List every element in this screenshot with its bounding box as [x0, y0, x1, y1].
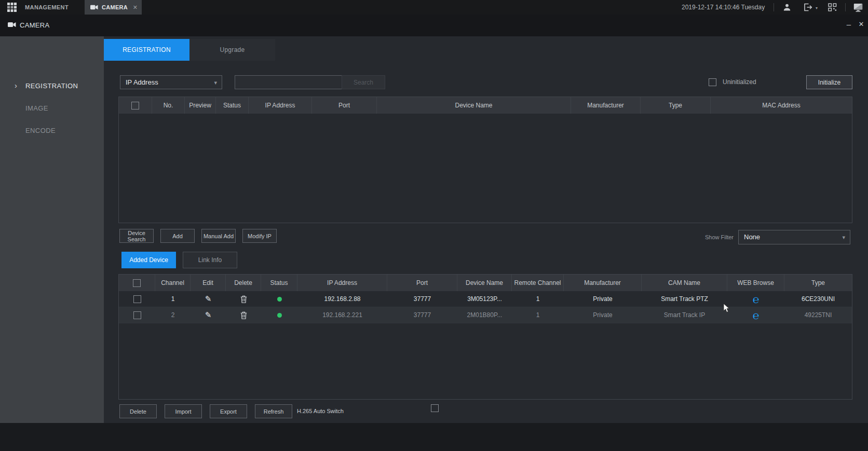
camera-icon — [90, 5, 98, 10]
col-header-ip: IP Address — [249, 97, 312, 114]
camera-tab-close-icon[interactable]: ✕ — [133, 4, 138, 11]
cell-remote-channel: 1 — [512, 307, 564, 323]
cell-ip: 192.168.2.88 — [297, 291, 387, 307]
device-search-table: No. Preview Status IP Address Port Devic… — [118, 97, 852, 223]
uninitialized-label: Uninitialized — [723, 75, 756, 89]
cell-cam-name: Smart Track IP — [642, 307, 727, 323]
col-header-channel: Channel — [155, 275, 191, 291]
search-input[interactable] — [235, 75, 343, 89]
add-button[interactable]: Add — [160, 229, 195, 243]
camera-top-tab[interactable]: CAMERA ✕ — [85, 0, 142, 15]
delete-button[interactable]: Delete — [119, 404, 157, 418]
sidebar-item-encode[interactable]: ENCODE — [0, 124, 104, 138]
show-filter-dropdown[interactable]: None ▾ — [738, 230, 850, 244]
refresh-button[interactable]: Refresh — [255, 404, 292, 418]
row-checkbox[interactable] — [133, 295, 141, 303]
status-online-dot — [277, 297, 282, 302]
search-type-value: IP Address — [126, 76, 158, 89]
web-browser-icon[interactable]: ℮ — [753, 310, 760, 321]
top-bar: MANAGEMENT CAMERA ✕ 2019-12-17 14:10:46 … — [0, 0, 868, 15]
col-header-mac: MAC Address — [711, 97, 852, 114]
uninitialized-checkbox[interactable] — [709, 78, 716, 86]
status-online-dot — [277, 313, 282, 318]
bottom-strip — [0, 423, 868, 451]
cell-manufacturer: Private — [564, 291, 642, 307]
added-device-table: Channel Edit Delete Status IP Address Po… — [118, 274, 852, 400]
search-type-dropdown[interactable]: IP Address ▾ — [120, 75, 222, 89]
display-output-icon[interactable] — [853, 3, 863, 12]
select-all-checkbox[interactable] — [131, 102, 139, 110]
table-row[interactable]: 1 ✎ 192.168.2.88 37777 3M05123P... 1 Pri… — [119, 291, 852, 307]
col-header-no: No. — [152, 97, 185, 114]
tab-registration[interactable]: REGISTRATION — [104, 39, 189, 61]
col-header-delete: Delete — [226, 275, 261, 291]
chevron-down-icon: ▾ — [842, 230, 845, 244]
col-header-manufacturer: Manufacturer — [571, 97, 641, 114]
col-header-device-name: Device Name — [457, 275, 512, 291]
close-icon[interactable]: ✕ — [857, 20, 866, 32]
export-button[interactable]: Export — [210, 404, 247, 418]
device-search-button[interactable]: Device Search — [119, 229, 154, 243]
minimize-icon[interactable]: – — [844, 20, 853, 31]
window-title: CAMERA — [20, 15, 49, 36]
tab-added-device[interactable]: Added Device — [121, 252, 176, 268]
search-button[interactable]: Search — [342, 75, 385, 89]
cell-ip: 192.168.2.221 — [297, 307, 387, 323]
user-icon[interactable] — [783, 3, 791, 11]
show-filter-label: Show Filter — [705, 230, 734, 244]
topbar-divider — [774, 3, 774, 11]
col-header-edit: Edit — [191, 275, 226, 291]
delete-trash-icon[interactable] — [240, 311, 247, 319]
cell-type: 6CE230UNI — [784, 291, 852, 307]
select-all-checkbox[interactable] — [133, 279, 141, 287]
tab-upgrade[interactable]: Upgrade — [189, 39, 275, 61]
apps-grid-icon[interactable] — [7, 3, 17, 12]
edit-pencil-icon[interactable]: ✎ — [205, 294, 212, 304]
cell-device-name: 3M05123P... — [457, 291, 512, 307]
device-table-header: No. Preview Status IP Address Port Devic… — [119, 97, 852, 114]
logout-icon[interactable] — [804, 3, 812, 11]
table-row[interactable]: 2 ✎ 192.168.2.221 37777 2M01B80P... 1 Pr… — [119, 307, 852, 323]
added-table-header: Channel Edit Delete Status IP Address Po… — [119, 275, 852, 291]
mouse-cursor — [723, 303, 729, 313]
edit-pencil-icon[interactable]: ✎ — [205, 310, 212, 320]
col-header-port: Port — [387, 275, 457, 291]
topbar-divider — [845, 3, 846, 11]
col-header-preview: Preview — [185, 97, 216, 114]
col-header-remote-channel: Remote Channel — [512, 275, 564, 291]
sidebar-item-image[interactable]: IMAGE — [0, 101, 104, 116]
camera-top-tab-label: CAMERA — [102, 4, 128, 10]
cell-port: 37777 — [387, 307, 457, 323]
datetime-display: 2019-12-17 14:10:46 Tuesday — [682, 0, 765, 15]
cell-channel: 2 — [155, 307, 191, 323]
management-tab[interactable]: MANAGEMENT — [25, 0, 69, 15]
h265-auto-switch-label: H.265 Auto Switch — [297, 404, 344, 418]
import-button[interactable]: Import — [165, 404, 202, 418]
h265-auto-switch-checkbox[interactable] — [431, 404, 439, 412]
modify-ip-button[interactable]: Modify IP — [242, 229, 277, 243]
web-browser-icon[interactable]: ℮ — [753, 294, 760, 305]
camera-icon — [8, 22, 16, 28]
col-header-status: Status — [216, 97, 249, 114]
qr-code-icon[interactable] — [828, 3, 837, 11]
cell-channel: 1 — [155, 291, 191, 307]
delete-trash-icon[interactable] — [240, 295, 247, 303]
initialize-button[interactable]: Initialize — [806, 75, 852, 89]
manual-add-button[interactable]: Manual Add — [201, 229, 236, 243]
tab-link-info[interactable]: Link Info — [183, 252, 237, 268]
window-title-bar: CAMERA – ✕ — [0, 15, 868, 36]
cell-device-name: 2M01B80P... — [457, 307, 512, 323]
sidebar: › REGISTRATION IMAGE ENCODE — [0, 36, 104, 423]
sidebar-item-label: IMAGE — [25, 101, 48, 116]
row-checkbox[interactable] — [133, 311, 141, 319]
col-header-cam-name: CAM Name — [642, 275, 727, 291]
logout-caret-icon[interactable]: ▾ — [816, 6, 818, 10]
col-header-type: Type — [784, 275, 852, 291]
app-window: MANAGEMENT CAMERA ✕ 2019-12-17 14:10:46 … — [0, 0, 868, 451]
cell-manufacturer: Private — [564, 307, 642, 323]
col-header-web-browse: WEB Browse — [727, 275, 784, 291]
cell-port: 37777 — [387, 291, 457, 307]
cell-cam-name: Smart Track PTZ — [642, 291, 727, 307]
sidebar-item-label: REGISTRATION — [25, 79, 78, 93]
sidebar-item-registration[interactable]: › REGISTRATION — [0, 79, 104, 93]
